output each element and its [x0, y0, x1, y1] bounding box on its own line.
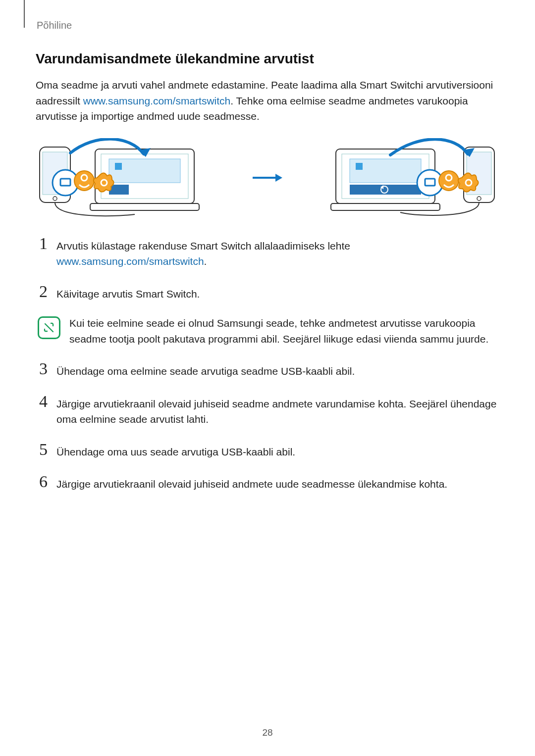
- step-link[interactable]: www.samsung.com/smartswitch: [56, 255, 204, 267]
- note-icon: [38, 316, 60, 339]
- intro-paragraph: Oma seadme ja arvuti vahel andmete edast…: [36, 77, 499, 124]
- step-number: 3: [36, 360, 48, 377]
- step-number: 5: [36, 441, 48, 458]
- step-number: 1: [36, 235, 48, 252]
- step-1: 1 Arvutis külastage rakenduse Smart Swit…: [36, 235, 499, 269]
- step-4: 4 Järgige arvutiekraanil olevaid juhisei…: [36, 393, 499, 427]
- step-body: Ühendage oma uus seade arvutiga USB-kaab…: [56, 441, 295, 460]
- page-number: 28: [0, 727, 535, 738]
- svg-rect-20: [356, 163, 363, 170]
- step-body: Järgige arvutiekraanil olevaid juhiseid …: [56, 473, 447, 492]
- svg-marker-16: [275, 174, 282, 182]
- step-text-before: Arvutis külastage rakenduse Smart Switch…: [56, 240, 350, 252]
- section-title: Varundamisandmete ülekandmine arvutist: [36, 51, 499, 67]
- step-text-after: .: [204, 255, 207, 267]
- transfer-diagram: [36, 138, 499, 217]
- step-body: Ühendage oma eelmine seade arvutiga sead…: [56, 360, 355, 379]
- note-text: Kui teie eelmine seade ei olnud Samsungi…: [69, 315, 499, 347]
- svg-rect-8: [90, 203, 199, 210]
- breadcrumb: Põhiline: [37, 20, 499, 31]
- side-rule: [24, 0, 25, 28]
- step-5: 5 Ühendage oma uus seade arvutiga USB-ka…: [36, 441, 499, 460]
- step-number: 2: [36, 283, 48, 300]
- intro-link[interactable]: www.samsung.com/smartswitch: [83, 95, 231, 106]
- diagram-backup-icon: [36, 138, 214, 217]
- arrow-right-icon: [252, 172, 283, 184]
- step-body: Järgige arvutiekraanil olevaid juhiseid …: [56, 393, 499, 427]
- step-body: Käivitage arvutis Smart Switch.: [56, 283, 200, 302]
- page: Põhiline Varundamisandmete ülekandmine a…: [0, 0, 535, 756]
- svg-rect-19: [350, 159, 421, 183]
- diagram-restore-icon: [321, 138, 499, 217]
- steps-list: 1 Arvutis külastage rakenduse Smart Swit…: [36, 235, 499, 492]
- step-number: 4: [36, 393, 48, 410]
- note-callout: Kui teie eelmine seade ei olnud Samsungi…: [36, 315, 499, 347]
- step-number: 6: [36, 473, 48, 490]
- svg-rect-6: [115, 163, 122, 170]
- step-3: 3 Ühendage oma eelmine seade arvutiga se…: [36, 360, 499, 379]
- svg-rect-24: [331, 203, 440, 210]
- step-6: 6 Järgige arvutiekraanil olevaid juhisei…: [36, 473, 499, 492]
- svg-rect-5: [109, 159, 180, 183]
- step-2: 2 Käivitage arvutis Smart Switch.: [36, 283, 499, 302]
- step-body: Arvutis külastage rakenduse Smart Switch…: [56, 235, 350, 269]
